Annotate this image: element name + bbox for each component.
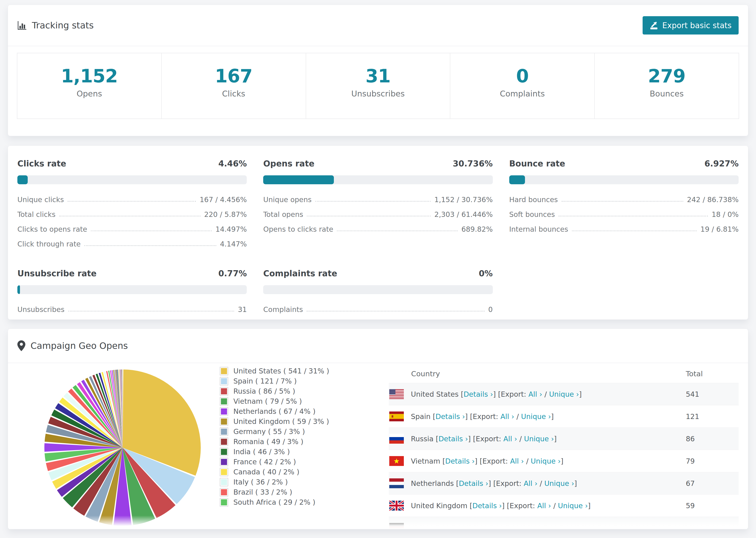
rate-value: 6.927% xyxy=(704,159,739,168)
stat-unsubscribes: 31Unsubscribes xyxy=(306,53,451,119)
export-all-link[interactable]: All › xyxy=(500,412,514,421)
legend-swatch xyxy=(220,438,228,446)
legend-item-italy[interactable]: Italy ( 36 / 2% ) xyxy=(220,477,329,487)
legend-label: India ( 46 / 3% ) xyxy=(233,448,290,456)
flag-us xyxy=(389,389,404,399)
rate-progress-track xyxy=(509,175,739,184)
stat-bounces: 279Bounces xyxy=(595,53,739,119)
legend-item-france[interactable]: France ( 42 / 2% ) xyxy=(220,457,329,467)
stat-label: Complaints xyxy=(500,89,545,98)
legend-item-south-africa[interactable]: South Africa ( 29 / 2% ) xyxy=(220,497,329,507)
column-header-total: Total xyxy=(686,369,703,378)
legend-swatch xyxy=(220,407,228,416)
legend-item-india[interactable]: India ( 46 / 3% ) xyxy=(220,447,329,457)
export-unique-link[interactable]: Unique › xyxy=(558,502,588,510)
legend-label: Romania ( 49 / 3% ) xyxy=(233,438,303,446)
export-all-link[interactable]: All › xyxy=(523,479,537,488)
legend-swatch xyxy=(220,367,228,375)
tracking-stats-card: Tracking stats Export basic stats 1,152O… xyxy=(8,5,748,136)
legend-item-romania[interactable]: Romania ( 49 / 3% ) xyxy=(220,437,329,447)
geo-opens-header: Campaign Geo Opens xyxy=(8,329,748,363)
rate-title-row: Bounce rate6.927% xyxy=(509,159,739,168)
rate-stat-label: Total opens xyxy=(263,210,303,219)
rate-stat-value: 689.82% xyxy=(461,225,493,233)
geo-opens-title-text: Campaign Geo Opens xyxy=(30,341,128,351)
geo-table-header-row: Country Total xyxy=(389,364,739,383)
rate-progress-track xyxy=(263,175,493,184)
dotted-leader xyxy=(315,201,431,202)
export-icon xyxy=(650,21,659,30)
export-unique-link[interactable]: Unique › xyxy=(521,412,551,421)
tracking-stats-header: Tracking stats Export basic stats xyxy=(8,5,748,46)
export-all-link[interactable]: All › xyxy=(503,435,517,443)
legend-swatch xyxy=(220,488,228,497)
geo-row-total: 59 xyxy=(686,502,695,510)
dotted-leader xyxy=(68,311,234,311)
export-unique-link[interactable]: Unique › xyxy=(531,457,561,465)
legend-item-canada[interactable]: Canada ( 40 / 2% ) xyxy=(220,467,329,477)
details-link[interactable]: Details › xyxy=(463,390,493,398)
rate-stat-line: Internal bounces19 / 6.81% xyxy=(509,222,739,237)
rate-stat-value: 31 xyxy=(238,305,247,314)
export-all-link[interactable]: All › xyxy=(510,457,524,465)
export-all-link[interactable]: All › xyxy=(537,502,551,510)
flag-vn xyxy=(389,456,404,466)
rates-grid: Clicks rate4.46%Unique clicks167 / 4.456… xyxy=(8,146,748,317)
legend-swatch xyxy=(220,478,228,486)
rate-stat-value: 14.497% xyxy=(216,225,247,233)
geo-table-row xyxy=(389,517,739,529)
legend-item-netherlands[interactable]: Netherlands ( 67 / 4% ) xyxy=(220,406,329,416)
dotted-leader xyxy=(68,201,196,202)
legend-item-united-kingdom[interactable]: United Kingdom ( 59 / 3% ) xyxy=(220,416,329,426)
dotted-leader xyxy=(572,231,697,231)
rate-rows: Complaints0 xyxy=(263,302,493,317)
legend-label: Germany ( 55 / 3% ) xyxy=(233,427,305,436)
rate-stat-label: Soft bounces xyxy=(509,210,555,219)
dotted-leader xyxy=(337,231,458,231)
rate-stat-line: Total clicks220 / 5.87% xyxy=(17,207,247,222)
legend-label: Russia ( 86 / 5% ) xyxy=(233,387,295,395)
rate-progress-fill xyxy=(17,175,28,184)
legend-label: Netherlands ( 67 / 4% ) xyxy=(233,407,315,415)
dotted-leader xyxy=(562,201,683,202)
flag-de xyxy=(389,523,404,529)
geo-row-links: Russia [Details ›] [Export: All › / Uniq… xyxy=(411,435,557,443)
export-unique-link[interactable]: Unique › xyxy=(549,390,579,398)
rate-value: 30.736% xyxy=(453,159,493,168)
geo-row-total: 67 xyxy=(686,479,695,488)
dotted-leader xyxy=(307,216,431,216)
legend-item-united-states[interactable]: United States ( 541 / 31% ) xyxy=(220,366,329,376)
legend-item-germany[interactable]: Germany ( 55 / 3% ) xyxy=(220,426,329,437)
geo-row-links: United States [Details ›] [Export: All ›… xyxy=(411,390,582,398)
legend-swatch xyxy=(220,417,228,426)
geo-country-table: Country Total United States [Details ›] … xyxy=(389,364,739,529)
legend-item-brazil[interactable]: Brazil ( 33 / 2% ) xyxy=(220,487,329,497)
geo-row-total: 86 xyxy=(686,435,695,443)
export-unique-link[interactable]: Unique › xyxy=(544,479,574,488)
details-link[interactable]: Details › xyxy=(439,435,468,443)
rate-stat-value: 18 / 0% xyxy=(712,210,739,219)
rate-rows: Hard bounces242 / 86.738%Soft bounces18 … xyxy=(509,192,739,237)
export-basic-stats-button[interactable]: Export basic stats xyxy=(643,16,739,34)
tracking-stats-title-text: Tracking stats xyxy=(32,20,94,30)
details-link[interactable]: Details › xyxy=(472,502,502,510)
legend-item-vietnam[interactable]: Vietnam ( 79 / 5% ) xyxy=(220,396,329,406)
legend-label: Italy ( 36 / 2% ) xyxy=(233,478,288,486)
legend-item-russia[interactable]: Russia ( 86 / 5% ) xyxy=(220,386,329,396)
export-all-link[interactable]: All › xyxy=(528,390,542,398)
rate-title-row: Clicks rate4.46% xyxy=(17,159,247,168)
geo-table-row: United Kingdom [Details ›] [Export: All … xyxy=(389,494,739,517)
legend-swatch xyxy=(220,458,228,466)
pie-slice-other[interactable] xyxy=(121,369,123,448)
summary-stats-row: 1,152Opens167Clicks31Unsubscribes0Compla… xyxy=(17,53,739,119)
rate-stat-line: Unique opens1,152 / 30.736% xyxy=(263,192,493,207)
export-unique-link[interactable]: Unique › xyxy=(524,435,554,443)
geo-table-row: United States [Details ›] [Export: All ›… xyxy=(389,383,739,405)
stat-value: 31 xyxy=(365,66,391,86)
details-link[interactable]: Details › xyxy=(436,412,465,421)
details-link[interactable]: Details › xyxy=(459,479,488,488)
geo-row-links: Vietnam [Details ›] [Export: All › / Uni… xyxy=(411,457,564,465)
legend-swatch xyxy=(220,448,228,456)
details-link[interactable]: Details › xyxy=(445,457,475,465)
legend-item-spain[interactable]: Spain ( 121 / 7% ) xyxy=(220,376,329,386)
